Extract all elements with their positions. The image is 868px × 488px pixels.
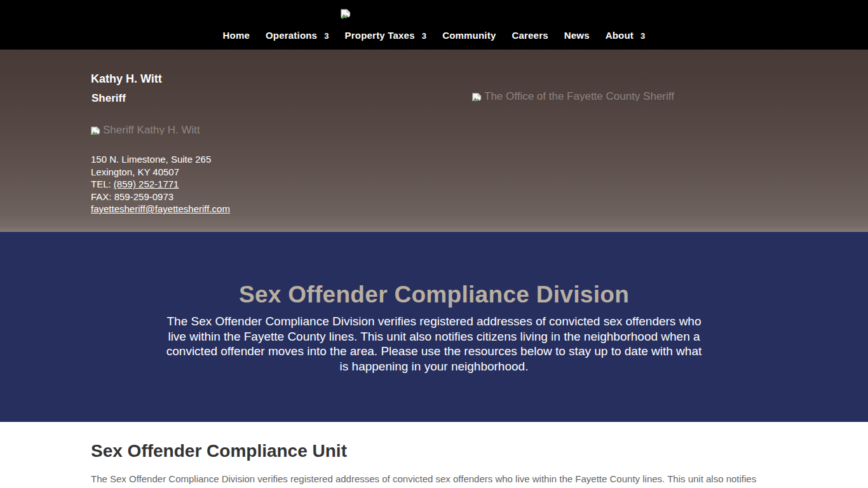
dropdown-arrow-icon: 3	[641, 31, 645, 41]
tel-label: TEL:	[91, 179, 114, 189]
dropdown-arrow-icon: 3	[422, 31, 426, 41]
nav-item-community[interactable]: Community	[442, 30, 496, 41]
email-link[interactable]: fayettesheriff@fayettesheriff.com	[91, 203, 230, 214]
sheriff-portrait-broken-image: Sheriff Kathy H. Witt	[91, 121, 320, 135]
nav-item-careers[interactable]: Careers	[512, 30, 548, 41]
nav-item-property-taxes[interactable]: Property Taxes3	[345, 30, 427, 41]
phone-link[interactable]: (859) 252-1771	[114, 179, 179, 189]
contact-block: 150 N. Limestone, Suite 265 Lexington, K…	[91, 153, 230, 215]
top-navigation-bar: Home Operations3 Property Taxes3 Communi…	[0, 0, 868, 50]
fax-line: FAX: 859-259-0973	[91, 191, 230, 203]
nav-item-news[interactable]: News	[564, 30, 590, 41]
office-alt-text: The Office of the Fayette County Sheriff	[484, 87, 674, 101]
content-heading: Sex Offender Compliance Unit	[91, 441, 347, 461]
content-paragraph: The Sex Offender Compliance Division ver…	[91, 471, 780, 488]
office-broken-image: The Office of the Fayette County Sheriff	[472, 87, 739, 101]
dropdown-arrow-icon: 3	[324, 31, 329, 41]
broken-image-icon	[91, 126, 100, 135]
main-menu: Home Operations3 Property Taxes3 Communi…	[0, 30, 868, 41]
email-line: fayettesheriff@fayettesheriff.com	[91, 203, 230, 215]
site-logo-broken-image-icon[interactable]	[341, 8, 351, 20]
hero-description: The Sex Offender Compliance Division ver…	[161, 314, 707, 374]
content-section: Sex Offender Compliance Unit The Sex Off…	[0, 422, 868, 488]
address-line-2: Lexington, KY 40507	[91, 166, 230, 179]
address-line-1: 150 N. Limestone, Suite 265	[91, 153, 230, 166]
page-title: Sex Offender Compliance Division	[0, 281, 868, 308]
sheriff-title: Sheriff	[92, 92, 126, 105]
broken-image-icon	[472, 92, 482, 101]
nav-item-operations[interactable]: Operations3	[266, 30, 329, 41]
portrait-alt-text: Sheriff Kathy H. Witt	[103, 121, 200, 135]
telephone-line: TEL: (859) 252-1771	[91, 178, 230, 191]
site-header: Kathy H. Witt Sheriff Sheriff Kathy H. W…	[0, 50, 868, 232]
sheriff-name: Kathy H. Witt	[91, 72, 162, 86]
hero-section: Sex Offender Compliance Division The Sex…	[0, 232, 868, 422]
nav-item-home[interactable]: Home	[223, 30, 250, 41]
nav-item-about[interactable]: About3	[606, 30, 646, 41]
